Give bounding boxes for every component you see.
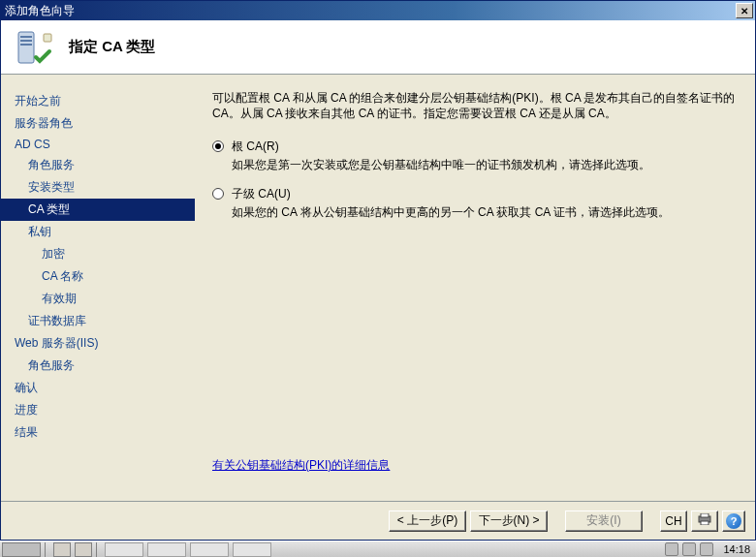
button-bar: < 上一步(P) 下一步(N) > 安装(I) CH ? (1, 501, 755, 540)
svg-rect-8 (701, 521, 709, 525)
content-pane: 可以配置根 CA 和从属 CA 的组合来创建分层公钥基础结构(PKI)。根 CA… (195, 75, 755, 501)
quick-launch-item[interactable] (75, 542, 92, 557)
tray-icon[interactable] (700, 542, 713, 556)
titlebar: 添加角色向导 ✕ (1, 1, 755, 20)
print-button[interactable] (691, 511, 718, 532)
body-area: 开始之前服务器角色AD CS角色服务安装类型CA 类型私钥加密CA 名称有效期证… (1, 75, 755, 501)
sidebar-item[interactable]: Web 服务器(IIS) (1, 332, 195, 355)
sidebar-item[interactable]: 进度 (1, 399, 195, 421)
svg-rect-1 (20, 36, 32, 38)
sidebar-item[interactable]: 角色服务 (1, 154, 195, 176)
close-button[interactable]: ✕ (736, 3, 753, 18)
sidebar-item[interactable]: 开始之前 (1, 90, 195, 112)
sidebar-item[interactable]: AD CS (1, 135, 195, 154)
sidebar-item[interactable]: 私钥 (1, 221, 195, 243)
radio-button[interactable] (212, 188, 224, 200)
sidebar-item[interactable]: 加密 (1, 243, 195, 265)
svg-rect-7 (701, 513, 709, 517)
sidebar-item[interactable]: 有效期 (1, 288, 195, 310)
option-body: 根 CA(R)如果您是第一次安装或您是公钥基础结构中唯一的证书颁发机构，请选择此… (232, 139, 738, 172)
taskbar-app-button[interactable] (105, 542, 143, 557)
header-strip: 指定 CA 类型 (1, 20, 755, 75)
next-button[interactable]: 下一步(N) > (470, 511, 548, 532)
option-body: 子级 CA(U)如果您的 CA 将从公钥基础结构中更高的另一个 CA 获取其 C… (232, 186, 738, 220)
sidebar: 开始之前服务器角色AD CS角色服务安装类型CA 类型私钥加密CA 名称有效期证… (1, 75, 195, 501)
sidebar-item[interactable]: CA 类型 (1, 199, 195, 221)
taskbar: 14:18 (0, 541, 756, 557)
option-label: 根 CA(R) (232, 139, 738, 155)
clock: 14:18 (723, 543, 750, 555)
sidebar-item[interactable]: CA 名称 (1, 265, 195, 288)
svg-rect-3 (20, 44, 32, 46)
tray-icon[interactable] (665, 542, 678, 556)
system-tray: 14:18 (665, 542, 756, 556)
sidebar-item[interactable]: 结果 (1, 421, 195, 444)
sidebar-item[interactable]: 安装类型 (1, 176, 195, 199)
start-button[interactable] (2, 542, 41, 557)
option-hint: 如果您是第一次安装或您是公钥基础结构中唯一的证书颁发机构，请选择此选项。 (232, 157, 738, 172)
taskbar-app-button[interactable] (147, 542, 186, 557)
print-icon (698, 513, 711, 528)
svg-rect-2 (20, 40, 32, 42)
window-title: 添加角色向导 (5, 3, 734, 19)
previous-button[interactable]: < 上一步(P) (389, 511, 466, 532)
option-row: 子级 CA(U)如果您的 CA 将从公钥基础结构中更高的另一个 CA 获取其 C… (212, 186, 738, 220)
cancel-button[interactable]: CH (660, 511, 687, 532)
wizard-window: 添加角色向导 ✕ 指定 CA 类型 开始之前服务器角色AD CS角色服务安装类型… (0, 0, 756, 541)
install-button: 安装(I) (565, 511, 643, 532)
page-title: 指定 CA 类型 (69, 38, 155, 56)
server-role-icon (15, 28, 53, 67)
help-button[interactable]: ? (722, 511, 745, 532)
sidebar-item[interactable]: 角色服务 (1, 355, 195, 377)
learn-more-link[interactable]: 有关公钥基础结构(PKI)的详细信息 (212, 457, 738, 474)
sidebar-item[interactable]: 确认 (1, 377, 195, 399)
description-text: 可以配置根 CA 和从属 CA 的组合来创建分层公钥基础结构(PKI)。根 CA… (212, 90, 738, 121)
taskbar-app-button[interactable] (190, 542, 229, 557)
radio-button[interactable] (212, 140, 224, 152)
svg-rect-5 (44, 34, 51, 42)
option-label: 子级 CA(U) (232, 186, 738, 202)
quick-launch-item[interactable] (53, 542, 71, 557)
option-hint: 如果您的 CA 将从公钥基础结构中更高的另一个 CA 获取其 CA 证书，请选择… (232, 204, 738, 220)
tray-icon[interactable] (682, 542, 696, 556)
taskbar-app-button[interactable] (233, 542, 271, 557)
option-row: 根 CA(R)如果您是第一次安装或您是公钥基础结构中唯一的证书颁发机构，请选择此… (212, 139, 738, 172)
close-icon: ✕ (740, 6, 748, 16)
help-icon: ? (726, 513, 741, 529)
sidebar-item[interactable]: 证书数据库 (1, 310, 195, 332)
sidebar-item[interactable]: 服务器角色 (1, 112, 195, 135)
